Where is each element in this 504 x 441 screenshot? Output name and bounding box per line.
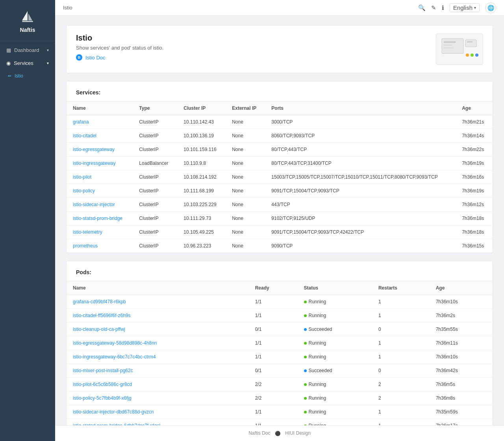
sidebar-item-dashboard[interactable]: ▦ Dashboard ▾ [0, 44, 55, 57]
service-type: ClusterIP [133, 184, 177, 198]
pod-restarts: 0 [372, 323, 430, 336]
page-header: Istio Show services' and pod' status of … [66, 25, 493, 73]
pod-status: Running [298, 350, 372, 364]
doc-link[interactable]: B Istio Doc [76, 54, 106, 61]
service-age: 7h36m18s [456, 212, 493, 225]
status-dot [304, 301, 307, 303]
pod-age: 7h36m2s [430, 309, 493, 323]
service-ports: 9091/TCP,15004/TCP,9093/TCP [265, 184, 456, 198]
svg-marker-0 [22, 11, 28, 20]
search-icon[interactable]: 🔍 [418, 4, 426, 11]
table-row: grafana ClusterIP 10.110.142.43 None 300… [67, 115, 493, 129]
table-row: prometheus ClusterIP 10.96.23.223 None 9… [67, 239, 493, 253]
service-ports: 3000/TCP [265, 115, 456, 129]
service-age: 7h36m14s [456, 129, 493, 143]
edit-icon[interactable]: ✎ [431, 4, 436, 11]
services-col-type: Type [133, 101, 177, 115]
sidebar-item-istio[interactable]: ✏ Istio [0, 70, 55, 82]
breadcrumb: Istio [63, 5, 413, 11]
pod-age: 7h35m59s [430, 405, 493, 419]
service-ports: 8060/TCP,9093/TCP [265, 129, 456, 143]
service-cluster-ip: 10.110.142.43 [177, 115, 226, 129]
service-external-ip: None [226, 239, 265, 253]
pod-name: istio-cleanup-old-ca-pffwj [67, 323, 249, 336]
sidebar-item-services[interactable]: ◉ Services ▾ [0, 57, 55, 70]
service-cluster-ip: 10.100.136.19 [177, 129, 226, 143]
content-area: Istio Show services' and pod' status of … [55, 16, 504, 425]
table-row: istio-egressgateway ClusterIP 10.101.159… [67, 143, 493, 157]
pod-ready: 0/1 [249, 364, 298, 378]
service-external-ip: None [226, 170, 265, 184]
pod-status: Succeeded [298, 323, 372, 336]
service-type: ClusterIP [133, 143, 177, 157]
svg-rect-8 [467, 41, 472, 42]
table-row: istio-egressgateway-58d98d898c-4h8nn 1/1… [67, 336, 493, 350]
service-type: ClusterIP [133, 170, 177, 184]
naftis-doc-link[interactable]: Naftis Doc [248, 430, 270, 436]
pods-col-ready: Ready [249, 281, 298, 295]
pod-age: 7h36m10s [430, 350, 493, 364]
main-area: Istio 🔍 ✎ ℹ English ▾ 🌐 Istio Show servi… [55, 0, 504, 441]
services-table-header: Name Type Cluster IP External IP Ports A… [67, 101, 493, 115]
pod-status: Running [298, 419, 372, 426]
service-type: ClusterIP [133, 212, 177, 225]
table-row: istio-pilot-6c5c6b586c-gr8cd 2/2 Running… [67, 378, 493, 391]
status-dot [304, 342, 307, 345]
service-name: prometheus [67, 239, 133, 253]
service-cluster-ip: 10.111.68.199 [177, 184, 226, 198]
sidebar-item-dashboard-label: Dashboard [14, 47, 39, 53]
service-name: istio-telemetry [67, 225, 133, 239]
pod-restarts: 0 [372, 364, 430, 378]
pod-name: istio-egressgateway-58d98d898c-4h8nn [67, 336, 249, 350]
svg-point-9 [466, 54, 469, 57]
service-age: 7h36m12s [456, 198, 493, 212]
pod-ready: 1/1 [249, 350, 298, 364]
pod-name: istio-statsd-prom-bridge-6dbb7dcc7f-rdqs… [67, 419, 249, 426]
logo-icon [20, 9, 35, 24]
services-table: Name Type Cluster IP External IP Ports A… [67, 101, 493, 253]
sidebar-logo: Naftis [0, 0, 55, 41]
sidebar-logo-text: Naftis [20, 27, 35, 33]
service-ports: 443/TCP [265, 198, 456, 212]
pod-name: istio-policy-5c7fbb4b9f-x6fjg [67, 391, 249, 405]
services-section-title: Services: [67, 89, 493, 101]
service-type: ClusterIP [133, 198, 177, 212]
pod-name: grafana-cd99bf478-r6kpb [67, 295, 249, 309]
svg-rect-6 [444, 47, 454, 48]
service-type: LoadBalancer [133, 157, 177, 170]
service-cluster-ip: 10.108.214.192 [177, 170, 226, 184]
table-row: istio-ingressgateway-6bc7c7c4bc-ctrm4 1/… [67, 350, 493, 364]
table-row: grafana-cd99bf478-r6kpb 1/1 Running 1 7h… [67, 295, 493, 309]
table-row: istio-ingressgateway LoadBalancer 10.110… [67, 157, 493, 170]
services-col-name: Name [67, 101, 133, 115]
istio-illustration [440, 37, 479, 62]
hiui-design-link[interactable]: HIUI Design [285, 430, 311, 436]
service-cluster-ip: 10.96.23.223 [177, 239, 226, 253]
service-type: ClusterIP [133, 115, 177, 129]
page-title: Istio [76, 33, 163, 42]
globe-button[interactable]: 🌐 [485, 2, 496, 13]
pods-section: Pods: Name Ready Status Restarts Age gra… [66, 261, 493, 425]
pod-age: 7h36m42s [430, 364, 493, 378]
language-selector[interactable]: English ▾ [450, 3, 480, 12]
topbar: Istio 🔍 ✎ ℹ English ▾ 🌐 [55, 0, 504, 16]
sidebar: Naftis ▦ Dashboard ▾ ◉ Services ▾ ✏ Isti… [0, 0, 55, 441]
service-name: istio-sidecar-injector [67, 198, 133, 212]
service-age: 7h36m22s [456, 143, 493, 157]
table-row: istio-sidecar-injector-dbd67c88d-gvzcn 1… [67, 405, 493, 419]
pods-col-age: Age [430, 281, 493, 295]
info-icon[interactable]: ℹ [442, 4, 444, 11]
service-type: ClusterIP [133, 239, 177, 253]
pod-name: istio-mixer-post-install-pg62c [67, 364, 249, 378]
footer: Naftis Doc ⚫ HIUI Design [55, 425, 504, 441]
service-name: istio-pilot [67, 170, 133, 184]
pod-age: 7h36m17s [430, 419, 493, 426]
pod-age: 7h36m11s [430, 336, 493, 350]
service-ports: 9090/TCP [265, 239, 456, 253]
status-dot [304, 328, 307, 331]
service-age: 7h36m21s [456, 115, 493, 129]
pod-ready: 2/2 [249, 378, 298, 391]
pod-restarts: 2 [372, 391, 430, 405]
service-external-ip: None [226, 184, 265, 198]
page-header-left: Istio Show services' and pod' status of … [76, 33, 163, 61]
